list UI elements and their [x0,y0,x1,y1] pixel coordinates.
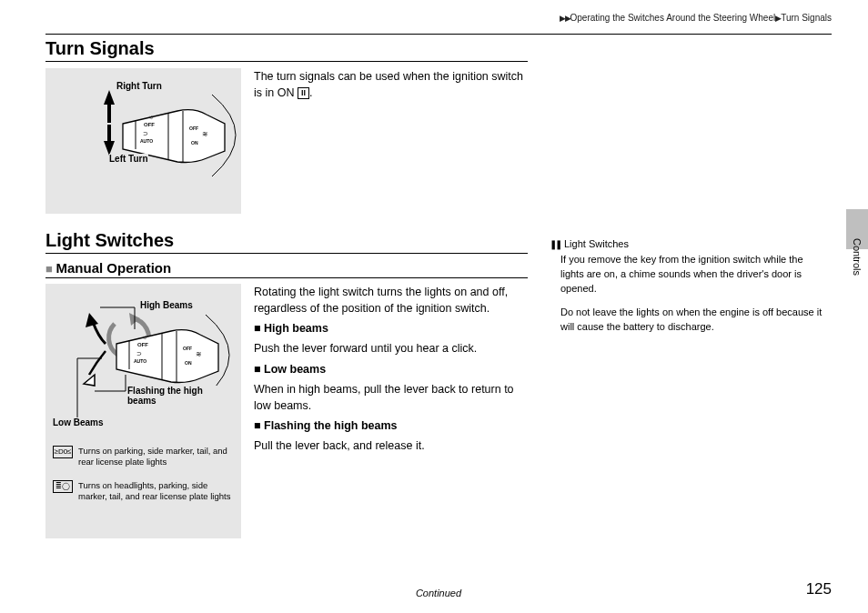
sidebar-note-title: Light Switches [550,238,832,249]
svg-text:ON: ON [191,140,198,146]
svg-text:⊃: ⊃ [143,130,148,136]
sidebar-note-body: If you remove the key from the ignition … [550,249,832,335]
label-right-turn: Right Turn [116,81,162,91]
svg-rect-2 [107,125,111,143]
figure-turn-signals: OFF AUTO OFF ON ☼ ⊃ ≋ Right Turn Left Tu… [45,68,241,214]
turn-signals-text-post: . [309,86,312,99]
subsection-manual-operation: Manual Operation [45,260,528,278]
label-flashing-high-beams: Flashing the high beams [127,386,227,406]
text-flash: Pull the lever back, and release it. [254,437,528,454]
svg-text:AUTO: AUTO [134,358,146,364]
ignition-ii-icon: II [298,87,309,99]
svg-marker-13 [84,375,95,386]
section-tab-controls: Controls [846,209,868,249]
page-footer: Continued 125 [45,580,832,598]
text-low-beams: When in high beams, pull the lever back … [254,381,528,414]
legend-parking-lights: ≥D0≤ Turns on parking, side marker, tail… [53,446,234,467]
svg-text:ON: ON [185,360,192,366]
svg-marker-0 [104,90,115,105]
svg-text:OFF: OFF [137,342,148,347]
breadcrumb-arrow-icon: ▶▶ [560,14,570,23]
turn-signals-text-pre: The turn signals can be used when the ig… [254,70,523,99]
text-high-beams: Push the lever forward until you hear a … [254,340,528,357]
header-rule [45,34,832,35]
legend2-text: Turns on headlights, parking, side marke… [78,480,234,502]
breadcrumb: ▶▶Operating the Switches Around the Stee… [45,13,832,28]
svg-text:OFF: OFF [189,126,198,131]
svg-text:☼: ☼ [148,114,154,120]
label-left-turn: Left Turn [109,154,148,164]
heading-low-beams: Low beams [264,363,326,376]
turn-signals-body: The turn signals can be used when the ig… [254,68,528,214]
sidebar-note-p2: Do not leave the lights on when the engi… [560,306,828,335]
headlights-icon: ≣◯ [53,480,73,493]
label-high-beams: High Beams [140,300,193,310]
svg-rect-1 [107,105,111,123]
svg-text:⊃: ⊃ [136,350,142,357]
label-low-beams: Low Beams [53,417,104,427]
intro-text: Rotating the light switch turns the ligh… [254,284,528,317]
parking-lights-icon: ≥D0≤ [53,446,73,458]
page-number: 125 [806,580,832,598]
dial-auto-label: AUTO [140,138,153,144]
dial-off-label: OFF [144,122,155,127]
section-title-light-switches: Light Switches [45,230,528,254]
svg-text:OFF: OFF [183,346,192,351]
legend1-text: Turns on parking, side marker, tail, and… [78,446,234,467]
light-switches-body: Rotating the light switch turns the ligh… [254,284,528,538]
breadcrumb-seg1: Operating the Switches Around the Steeri… [570,13,776,23]
continued-label: Continued [416,588,461,598]
breadcrumb-seg2: Turn Signals [781,13,832,23]
sidebar-note-p1: If you remove the key from the ignition … [560,253,828,296]
section-tab-label: Controls [852,238,863,276]
svg-text:≋: ≋ [196,350,202,358]
svg-marker-12 [86,313,98,327]
figure-light-switches: OFF AUTO OFF ON ☼ ⊃ ≋ [45,284,241,538]
section-title-turn-signals: Turn Signals [45,38,528,62]
svg-text:☼: ☼ [142,334,147,340]
heading-flash: Flashing the high beams [264,419,398,432]
heading-high-beams: High beams [264,322,328,335]
svg-text:≋: ≋ [202,130,208,138]
legend-headlights: ≣◯ Turns on headlights, parking, side ma… [53,480,234,502]
